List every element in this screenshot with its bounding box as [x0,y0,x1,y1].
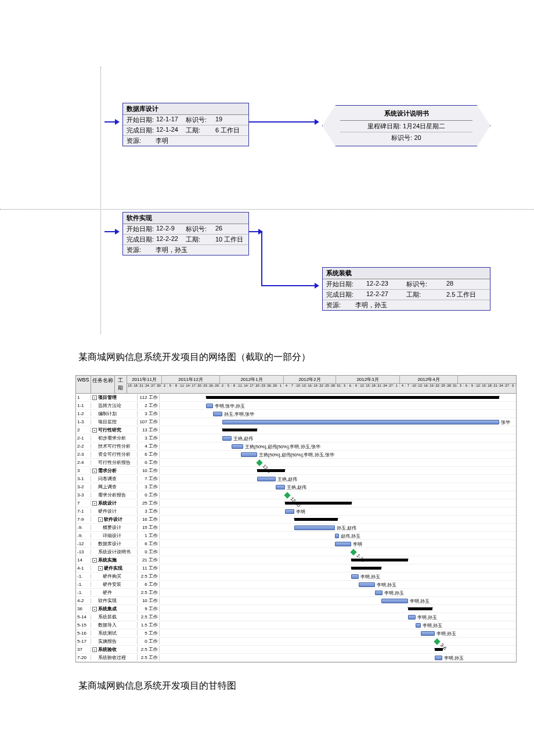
gantt-row: 5-15数据导入1.5 工作李明,孙玉 [76,621,516,629]
task-bar: 李明,孙玉 [351,574,359,579]
summary-bar [294,518,338,521]
expand-icon[interactable]: - [98,566,103,571]
gantt-row: 1-1选择方法论2 工作李明,张华,孙玉 [76,402,516,410]
gantt-row: 7-系统设计25 工作 [76,499,516,507]
summary-bar [206,396,499,399]
gantt-row: 37-系统验收2.5 工作 [76,646,516,654]
gantt-row: 1-项目管理112 工作 [76,394,516,402]
arrow-icon [104,121,118,123]
expand-icon[interactable]: - [92,428,97,433]
expand-icon[interactable]: - [92,501,97,506]
gantt-row: 2-2技术可行性分析4 工作王艳[50%],赵伟[50%],李明,孙玉,张华 [76,442,516,451]
task-bar: 李明,孙玉 [381,599,408,603]
gantt-row: 1-3项目监控107 工作张华 [76,418,516,426]
expand-icon[interactable]: - [92,395,97,400]
task-bar: 李明,孙玉 [421,631,435,636]
summary-bar [435,648,443,651]
milestone-system-design-doc: 系统设计说明书 里程碑日期: 1月24日星期二 标识号: 20 [322,105,490,146]
gantt-row: -1.硬件安装6 工作李明,孙玉 [76,581,516,589]
milestone-icon: 1-24 [350,549,356,555]
gantt-row: 5-17实施报告0 工作3-6 [76,638,516,646]
gantt-month-header: 2012年1月 [220,376,284,383]
summary-bar [351,567,381,570]
task-bar: 李明,孙玉 [359,582,375,587]
milestone-icon: 12-6 [256,459,262,466]
gantt-row: 36-系统集成9 工作 [76,605,516,613]
task-bar: 王艳[50%],赵伟[50%],李明,孙玉,张华 [241,452,257,457]
gantt-row: 1-2编制计划3 工作孙玉,李明,张华 [76,410,516,418]
expand-icon[interactable]: - [98,517,103,522]
arrow-icon [249,121,317,123]
task-bar: 李明 [335,542,351,546]
task-bar: 李明,孙玉 [375,591,383,595]
summary-bar [285,502,352,505]
task-bar: 李明 [285,509,294,514]
gantt-month-header: 2012年3月 [336,376,400,383]
arrow-icon [104,231,118,232]
network-diagram: 数据库设计 开始日期: 12-1-17 标识号: 19 完成日期: 12-1-2… [0,67,534,334]
arrow-line [261,231,262,286]
task-bar: 赵伟,孙玉 [335,534,339,538]
gantt-row: 4-2软件实现10 工作李明,孙玉 [76,597,516,605]
task-bar: 李明,孙玉 [435,656,442,660]
gantt-month-header: 2011年11月 [127,376,162,383]
arrow-icon [249,231,261,232]
gantt-row: 7-20系统验收过程2.5 工作李明,孙玉 [76,654,516,662]
task-bar: 张华 [222,420,499,424]
gantt-month-header: 2012年4月 [400,376,458,383]
gantt-row: -12数据库设计6 工作李明 [76,540,516,548]
milestone-icon: 3-6 [434,638,440,645]
task-bar: 李明,张华,孙玉 [206,404,213,408]
expand-icon[interactable]: - [92,607,97,611]
task-bar: 李明,孙玉 [408,615,416,620]
gantt-body: 1-项目管理112 工作1-1选择方法论2 工作李明,张华,孙玉1-2编制计划3… [76,394,516,662]
summary-bar [257,469,285,472]
summary-bar [222,429,257,431]
task-bar: 李明,孙玉 [416,623,421,628]
gantt-row: -9.详细设计1 工作赵伟,孙玉 [76,532,516,540]
task-bar: 王艳,赵伟 [257,477,276,481]
task-bar: 王艳,赵伟 [276,485,285,489]
gantt-row: 2-3资金可行性分析6 工作王艳[50%],赵伟[50%],李明,孙玉,张华 [76,451,516,459]
expand-icon[interactable]: - [92,647,97,652]
gantt-row: 5-16系统测试5 工作李明,孙玉 [76,629,516,638]
gantt-row: 4-1-硬件实现11 工作 [76,564,516,573]
gantt-row: 7-1硬件设计3 工作李明 [76,507,516,516]
summary-bar [351,559,408,561]
task-box-software-impl: 软件实现 开始日期: 12-2-9 标识号: 26 完成日期: 12-2-22 … [122,212,249,255]
expand-icon[interactable]: - [92,469,97,473]
gantt-row: 2-1初步需求分析3 工作王艳,赵伟 [76,434,516,442]
box-title: 数据库设计 [123,103,248,115]
gantt-row: 7-9-软件设计16 工作 [76,516,516,524]
task-bar: 王艳,赵伟 [222,436,232,441]
task-bar: 孙玉,李明,张华 [213,412,222,416]
gantt-row: 3-3需求分析报告0 工作12-20 [76,491,516,499]
gantt-row: 5-14系统装载2.5 工作李明,孙玉 [76,613,516,621]
caption-network: 某商城网购信息系统开发项目的网络图（截取的一部分） [78,351,534,363]
gantt-row: 14-系统实施21 工作 [76,556,516,564]
gantt-row: 2-4可行性分析报告0 工作12-6 [76,459,516,467]
task-box-system-load: 系统装载 开始日期: 12-2-23 标识号: 28 完成日期: 12-2-27… [322,267,490,311]
gantt-row: 2-可行性研究13 工作 [76,426,516,434]
task-bar: 王艳[50%],赵伟[50%],李明,孙玉,张华 [232,444,243,449]
gantt-row: -13系统设计说明书0 工作1-24 [76,548,516,556]
gantt-row: 3-2网上调查3 工作王艳,赵伟 [76,483,516,491]
gantt-chart: WBS 任务名称 工期 2011年11月2011年12月2012年1月2012年… [75,375,517,663]
milestone-icon: 12-20 [284,492,290,498]
gantt-header: WBS 任务名称 工期 2011年11月2011年12月2012年1月2012年… [76,376,516,394]
gantt-row: 3-1问卷调查7 工作王艳,赵伟 [76,475,516,483]
caption-gantt: 某商城网购信息系统开发项目的甘特图 [78,680,534,692]
task-bar: 孙玉,赵伟 [294,525,335,530]
gantt-month-header: 2012年2月 [284,376,336,383]
gantt-row: -1.硬件2.5 工作李明,孙玉 [76,589,516,597]
gantt-row: 3-需求分析10 工作 [76,467,516,475]
gantt-row: -9.概要设计15 工作孙玉,赵伟 [76,524,516,532]
gantt-row: -1.硬件购买2.5 工作李明,孙玉 [76,573,516,581]
summary-bar [408,607,432,610]
task-box-database-design: 数据库设计 开始日期: 12-1-17 标识号: 19 完成日期: 12-1-2… [122,103,249,146]
arrow-icon [261,285,317,286]
expand-icon[interactable]: - [92,558,97,563]
gantt-month-header: 2011年12月 [162,376,220,383]
